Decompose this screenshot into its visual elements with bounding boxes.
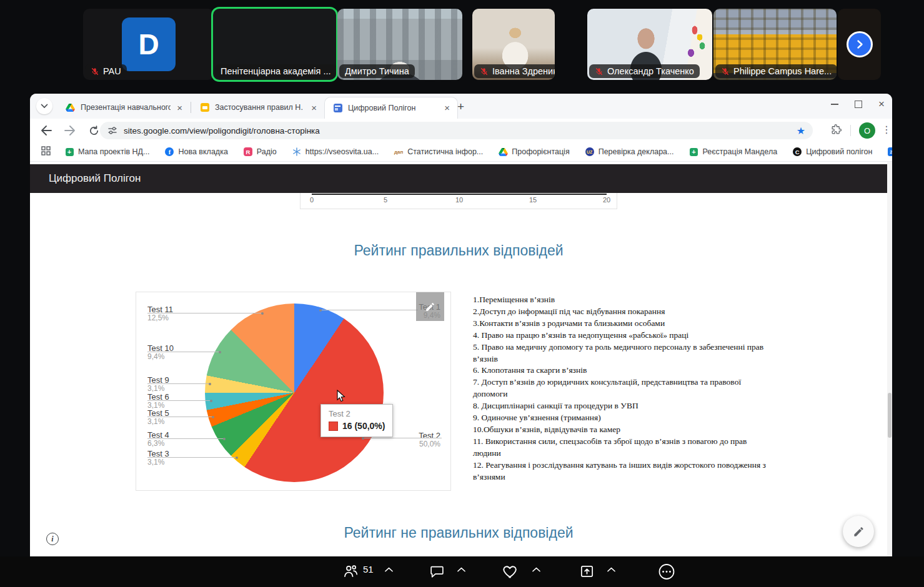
forward-arrow-icon [64,126,76,136]
close-window-button[interactable]: × [878,98,885,111]
bookmark-item[interactable]: 23Календар [887,147,892,157]
back-button[interactable] [39,123,54,138]
meeting-toolbar: 51 [0,556,924,587]
more-ellipsis-icon [657,563,676,581]
share-screen-button[interactable] [579,563,595,580]
browser-window: Презентація навчального пос×Застосування… [30,94,892,556]
back-arrow-icon [41,126,52,136]
page-scrollbar[interactable] [887,162,892,556]
participant-nametag: Philippe Campus Hare... [715,64,837,78]
forward-button[interactable] [62,123,77,138]
axis-tick-label: 20 [603,196,610,204]
site-info-button[interactable]: i [46,533,59,545]
bookmark-item[interactable]: UZПеревірка деклара... [585,147,674,157]
tooltip-color-swatch [329,422,338,431]
bookmark-item[interactable]: +Мапа проектів НД... [64,147,149,157]
bookmark-star-icon[interactable]: ★ [797,125,805,137]
chat-button[interactable] [429,564,445,580]
window-controls: × [831,96,885,112]
share-icon [579,563,595,580]
uz-icon: UZ [585,147,595,157]
tab-separator [191,102,191,113]
pie-chart[interactable] [205,303,384,482]
more-button[interactable] [657,563,676,581]
participant-tile-2[interactable]: Пенітенціарна академія ... [213,9,336,80]
sheets-icon: + [688,147,698,157]
participant-tile-5[interactable]: Олександр Ткаченко [587,9,712,80]
answer-list-item: 6. Клопотання та скарги в’язнів [473,365,772,377]
minimize-button[interactable] [831,104,838,105]
reactions-menu-chevron[interactable] [532,567,540,572]
bookmark-item[interactable]: +Реєстрація Мандела [688,147,777,157]
close-tab-icon[interactable]: × [443,102,451,113]
bookmark-label: Радіо [257,147,277,156]
browser-menu-button[interactable]: ⋮ [882,124,892,136]
maximize-button[interactable] [855,101,862,108]
pie-callout-dot [362,437,364,440]
participant-tile-6[interactable]: Philippe Campus Hare... [713,9,837,80]
section-title-correct-answers: Рейтинг правильних відповідей [30,242,887,259]
profile-avatar[interactable]: O [859,122,875,139]
address-bar[interactable]: sites.google.com/view/poligondigit/голов… [100,122,813,139]
participants-button[interactable] [342,563,359,580]
pie-callout-dot [261,312,264,315]
reload-icon [89,126,99,136]
next-participants-button[interactable] [847,31,873,57]
participant-nametag: Пенітенціарна академія ... [215,64,336,78]
chevron-up-icon [607,567,615,572]
bookmark-item[interactable]: RРадіо [243,147,277,157]
chevron-right-icon [855,39,865,49]
pie-callout-line [147,438,224,439]
participant-name: Philippe Campus Hare... [733,66,832,76]
bookmark-item[interactable]: Профорієнтація [498,147,569,157]
bookmark-item[interactable]: CЦифровий полігон [792,147,872,157]
chevron-down-icon [41,104,48,109]
share-menu-chevron[interactable] [607,567,615,572]
reload-button[interactable] [86,123,101,138]
tab-2[interactable]: Застосування правил Н. Манд× [192,97,324,118]
sites-favicon [332,102,343,113]
close-tab-icon[interactable]: × [310,102,318,113]
chart-edit-button[interactable] [416,292,444,321]
pie-chart-card: Test 1112,5%Test 109,4%Test 93,1%Test 63… [136,292,451,491]
drive-icon [498,147,508,157]
answer-list-item: 10.Обшуки в’язнів, відвідувачів та камер [473,424,772,436]
tab-1[interactable]: Презентація навчального пос× [57,97,190,118]
bookmark-label: Профорієнтація [512,147,569,156]
facebook-icon: f [164,147,174,157]
edit-site-fab[interactable] [843,516,874,547]
pie-callout-line [147,313,262,313]
mic-off-icon [721,67,730,76]
radio-icon: R [243,147,253,157]
bookmark-item[interactable]: дапСтатистична інфор... [394,147,483,157]
pie-callout-dot [223,438,226,440]
participant-tile-1[interactable]: DPAU [83,9,214,80]
new-tab-button[interactable]: + [457,100,464,114]
tab-3-active[interactable]: Цифровий Полігон× [324,97,458,119]
answer-list-item: 8. Дисциплінарні санкції та процедури в … [473,400,772,412]
extensions-button[interactable] [830,124,842,138]
folder-favicon [199,102,210,113]
participants-menu-chevron[interactable] [385,567,393,572]
bookmark-label: Нова вкладка [178,147,227,156]
scrollbar-thumb[interactable] [888,393,892,438]
answer-list-item: 1.Переміщення в’язнів [473,294,772,306]
tab-search-button[interactable] [36,98,52,114]
bookmark-item[interactable]: https://vseosvita.ua... [292,147,379,157]
apps-grid-icon[interactable] [41,146,51,158]
participant-tile-3[interactable]: Дмитро Тичина [337,9,462,80]
bookmark-item[interactable]: fНова вкладка [164,147,227,157]
tooltip-series-name: Test 2 [329,409,385,418]
pie-callout-dot [209,383,211,385]
bookmarks-bar: +Мапа проектів НД...fНова вкладкаRРадіоh… [30,142,892,162]
tooltip-value: 16 (50,0%) [342,421,385,431]
url-text[interactable]: sites.google.com/view/poligondigit/голов… [124,126,792,136]
browser-toolbar: sites.google.com/view/poligondigit/голов… [30,119,892,142]
axis-tick-label: 10 [455,196,463,204]
pie-label-percent: 6,3% [147,439,164,448]
reactions-button[interactable] [501,563,520,580]
participant-tile-4[interactable]: Іванна Здреник [472,9,555,80]
close-tab-icon[interactable]: × [176,102,184,113]
chat-menu-chevron[interactable] [457,567,465,572]
pie-label-percent: 3,1% [147,458,164,466]
